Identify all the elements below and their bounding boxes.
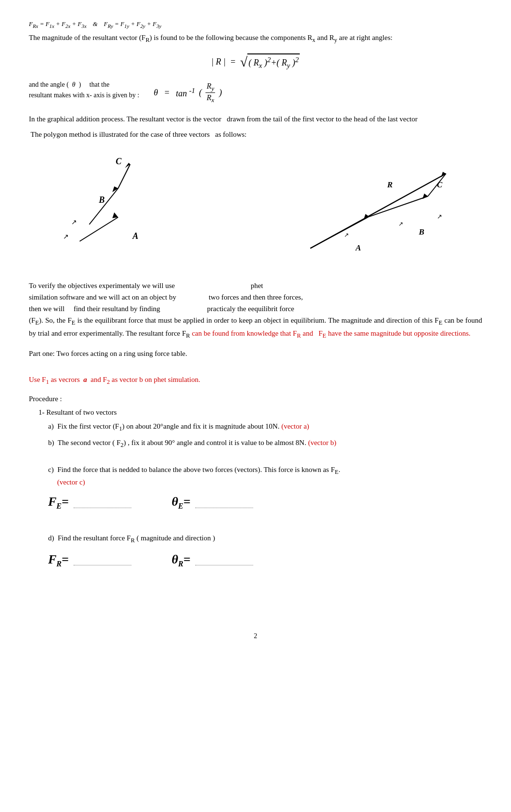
paragraph-phet: To verify the objectives experimentaly w…: [29, 280, 482, 341]
page-number: 2: [29, 631, 482, 641]
paragraph-polygon: The polygon method is illustrated for th…: [29, 129, 482, 140]
procedure-title: Procedure :: [29, 393, 482, 405]
sqrt-expression: √ ( Rx )2+( Ry )2: [240, 53, 300, 71]
step-a-color: (vector a): [281, 422, 309, 430]
step-b-color: (vector b): [308, 439, 336, 446]
highlighted-text: can be found from knowledge that FR and …: [192, 329, 471, 337]
diagram-polygon-right: R C B A ↗ ↗ ↗: [265, 150, 482, 265]
diagram-label-A-right: A: [355, 243, 361, 252]
fe-fill: [74, 497, 131, 508]
Ry-over-Rx: Ry Rx: [205, 81, 215, 105]
vector-C-line: [118, 164, 130, 188]
diagram-svg-left: C B A ↗ ↗: [29, 150, 246, 265]
arrow-mark-1: ↗: [71, 219, 77, 226]
closing-paren: ): [219, 86, 222, 99]
paragraph-graphical: In the graphical addition process. The r…: [29, 113, 482, 125]
step-c-color: (vector c): [48, 478, 85, 486]
fe-big-label: FE=: [48, 492, 69, 512]
diagram-label-C-left: C: [116, 157, 122, 166]
vector-C-right: [428, 173, 446, 196]
fraction-Ry-Rx: (: [199, 86, 202, 99]
arrow-mark-r1: ↗: [437, 213, 442, 220]
use-vectors-line: Use F1 as vecrors a and F2 as vector b o…: [29, 374, 482, 387]
theta-e-big-label: θE=: [172, 492, 191, 512]
paragraph-resultant: The magnitude of the resultant vector (F…: [29, 32, 482, 45]
page-content: FRx = F1x + F2x + F3x & FRy = F1y + F2y …: [29, 19, 482, 641]
vector-B-line: [89, 188, 118, 224]
fr-fill: [74, 554, 131, 565]
theta-symbol: θ: [153, 86, 158, 99]
theta-e-fill: [195, 497, 253, 508]
diagram-svg-right: R C B A ↗ ↗ ↗: [265, 150, 482, 265]
abs-R: | R |: [211, 55, 226, 68]
arrow-mark-2: ↗: [63, 233, 69, 240]
theta-r-formula: θR=: [172, 550, 255, 570]
fr-formula-row: FR= θR=: [48, 550, 482, 570]
step-c: c) Find the force that is nedded to bala…: [48, 464, 482, 487]
diagram-label-R-right: R: [387, 180, 393, 189]
step-1-title: 1- Resultant of two vectors: [38, 407, 482, 418]
step-b: b) The second vector ( F2) , fix it abou…: [48, 437, 482, 450]
fr-big-label: FR=: [48, 550, 69, 570]
magnitude-formula: | R | = √ ( Rx )2+( Ry )2: [29, 53, 482, 71]
part-one-title: Part one: Two forces acting on a ring us…: [29, 348, 482, 359]
diagram-polygon-left: C B A ↗ ↗: [29, 150, 246, 265]
angle-block: and the angle ( θ ) that the resultant m…: [29, 79, 482, 105]
angle-description: and the angle ( θ ) that the resultant m…: [29, 79, 139, 101]
arrow-mark-r3: ↗: [398, 221, 403, 227]
tan-expression: tan -1: [176, 85, 195, 100]
diagram-label-B-left: B: [99, 195, 105, 205]
resultant-line: [310, 173, 446, 248]
fe-formula: FE=: [48, 492, 133, 512]
diagram-label-B-right: B: [418, 227, 424, 236]
step-d: d) Find the resultant force FR ( magnitu…: [48, 533, 482, 545]
theta-e-formula: θE=: [172, 492, 255, 512]
fe-formula-row: FE= θE=: [48, 492, 482, 512]
vector-A-line: [80, 217, 118, 241]
angle-formula: θ = tan -1 ( Ry Rx ): [153, 81, 222, 105]
vector-A-arrow: [113, 212, 118, 218]
arrow-mark-r2: ↗: [344, 232, 349, 238]
step-a: a) Fix the first vector (F1) on about 20…: [48, 421, 482, 433]
theta-r-fill: [195, 554, 253, 565]
vector-B-right-arrow: [422, 194, 428, 199]
top-formula-line: FRx = F1x + F2x + F3x & FRy = F1y + F2y …: [29, 19, 482, 30]
equals-sign: =: [162, 86, 172, 99]
diagram-label-A-left: A: [132, 231, 139, 241]
theta-r-big-label: θR=: [172, 550, 191, 570]
diagrams-area: C B A ↗ ↗: [29, 150, 482, 265]
fr-formula: FR=: [48, 550, 133, 570]
